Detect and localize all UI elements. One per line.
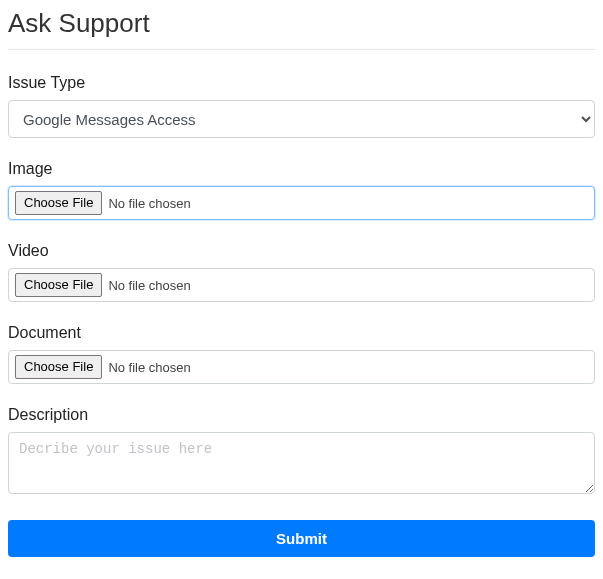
video-file-input[interactable]: Choose File No file chosen bbox=[8, 268, 595, 302]
divider bbox=[8, 49, 595, 50]
video-label: Video bbox=[8, 242, 595, 260]
page-title: Ask Support bbox=[8, 8, 595, 39]
document-choose-file-button[interactable]: Choose File bbox=[15, 355, 102, 379]
image-file-input[interactable]: Choose File No file chosen bbox=[8, 186, 595, 220]
image-label: Image bbox=[8, 160, 595, 178]
issue-type-label: Issue Type bbox=[8, 74, 595, 92]
issue-type-select[interactable]: Google Messages Access bbox=[8, 100, 595, 138]
image-choose-file-button[interactable]: Choose File bbox=[15, 191, 102, 215]
description-textarea[interactable] bbox=[8, 432, 595, 494]
document-file-input[interactable]: Choose File No file chosen bbox=[8, 350, 595, 384]
document-label: Document bbox=[8, 324, 595, 342]
image-file-status: No file chosen bbox=[108, 196, 190, 211]
video-file-status: No file chosen bbox=[108, 278, 190, 293]
description-label: Description bbox=[8, 406, 595, 424]
submit-button[interactable]: Submit bbox=[8, 520, 595, 557]
video-choose-file-button[interactable]: Choose File bbox=[15, 273, 102, 297]
document-file-status: No file chosen bbox=[108, 360, 190, 375]
